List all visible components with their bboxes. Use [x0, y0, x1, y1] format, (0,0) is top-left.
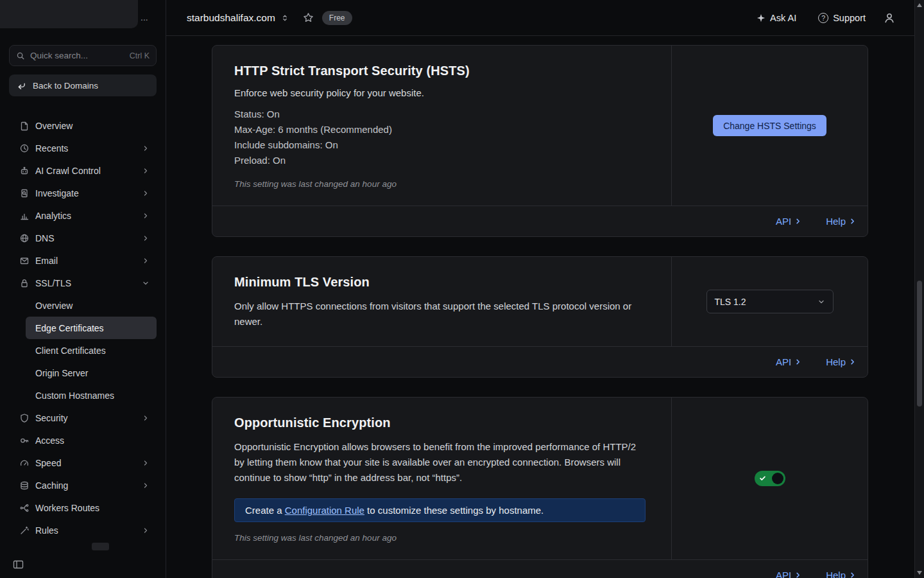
sidebar-item-speed[interactable]: Speed	[9, 451, 157, 474]
sidebar-item-label: DNS	[35, 233, 55, 243]
app-root: ... Ctrl K Back to Domains Overview Rece…	[0, 0, 924, 578]
user-menu-button[interactable]	[884, 12, 895, 24]
sidebar-subitem-edge-certificates[interactable]: Edge Certificates	[26, 317, 157, 339]
wand-icon	[19, 525, 30, 536]
chevron-right-icon	[142, 212, 150, 220]
sidebar-item-label: Email	[35, 256, 58, 266]
collapse-sidebar-button[interactable]	[13, 559, 24, 570]
sidebar-nav: Overview Recents AI Crawl Control Invest…	[0, 114, 166, 541]
sidebar-item-label: Workers Routes	[35, 503, 99, 513]
hsts-title: HTTP Strict Transport Security (HSTS)	[234, 64, 646, 78]
sidebar-item-label: Investigate	[35, 188, 79, 198]
sidebar-item-label: Client Certificates	[35, 346, 106, 356]
selected-tls-option: TLS 1.2	[715, 297, 746, 307]
banner-text-prefix: Create a	[245, 505, 285, 516]
chart-icon	[19, 211, 30, 221]
change-hsts-settings-button[interactable]: Change HSTS Settings	[713, 115, 826, 136]
scrollbar-down-arrow[interactable]	[917, 571, 922, 575]
oe-api-link[interactable]: API	[776, 570, 801, 578]
sidebar-item-rules[interactable]: Rules	[9, 519, 157, 541]
api-link-label: API	[776, 570, 791, 578]
sidebar-item-recents[interactable]: Recents	[9, 137, 157, 159]
api-link-label: API	[776, 216, 791, 227]
hsts-subdomains-line: Include subdomains: On	[234, 137, 646, 153]
scrollbar-thumb[interactable]	[917, 281, 922, 407]
chevron-right-icon	[142, 414, 150, 422]
sidebar-item-security[interactable]: Security	[9, 407, 157, 429]
hsts-last-changed-note: This setting was last changed an hour ag…	[234, 179, 646, 189]
globe-icon	[19, 233, 30, 243]
chevron-down-icon	[142, 279, 150, 287]
chevron-right-icon	[142, 167, 150, 175]
sidebar-item-label: Custom Hostnames	[35, 390, 114, 401]
clock-icon	[19, 143, 30, 153]
minimum-tls-card: Minimum TLS Version Only allow HTTPS con…	[212, 256, 868, 378]
sidebar-item-label: Origin Server	[35, 368, 88, 378]
sidebar-item-email[interactable]: Email	[9, 249, 157, 272]
help-link-label: Help	[826, 356, 846, 367]
hsts-help-link[interactable]: Help	[826, 216, 856, 227]
favorite-star-button[interactable]	[303, 12, 314, 23]
sidebar-item-label: Caching	[35, 480, 68, 491]
document-search-icon	[19, 188, 30, 198]
oe-help-link[interactable]: Help	[826, 570, 856, 578]
oe-last-changed-note: This setting was last changed an hour ag…	[234, 533, 646, 543]
sidebar-subitem-origin-server[interactable]: Origin Server	[26, 362, 157, 384]
check-icon	[759, 475, 766, 482]
chevron-right-icon	[142, 144, 150, 152]
sidebar-item-label: Recents	[35, 143, 68, 153]
min-tls-help-link[interactable]: Help	[826, 356, 856, 367]
sidebar-item-ssl-tls[interactable]: SSL/TLS	[9, 272, 157, 294]
search-shortcut-hint: Ctrl K	[130, 51, 150, 60]
chevron-right-icon	[142, 189, 150, 197]
min-tls-api-link[interactable]: API	[776, 356, 801, 367]
configuration-rule-link[interactable]: Configuration Rule	[285, 505, 364, 516]
minimum-tls-title: Minimum TLS Version	[234, 275, 646, 290]
chevron-right-icon	[142, 257, 150, 265]
sidebar-item-analytics[interactable]: Analytics	[9, 204, 157, 227]
opportunistic-encryption-card: Opportunistic Encryption Opportunistic E…	[212, 397, 868, 578]
sidebar-item-label: Access	[35, 435, 64, 446]
chevron-right-icon	[142, 234, 150, 242]
hsts-api-link[interactable]: API	[776, 216, 801, 227]
sidebar-item-access[interactable]: Access	[9, 429, 157, 451]
sidebar-item-investigate[interactable]: Investigate	[9, 182, 157, 204]
min-tls-version-select[interactable]: TLS 1.2	[706, 290, 834, 313]
sidebar-subitem-custom-hostnames[interactable]: Custom Hostnames	[26, 384, 157, 407]
search-icon	[16, 51, 25, 60]
sidebar-item-overview[interactable]: Overview	[9, 114, 157, 137]
database-icon	[19, 480, 30, 491]
sidebar-item-label: Edge Certificates	[35, 323, 104, 333]
help-link-label: Help	[826, 216, 846, 227]
topbar: starbudshalifax.com Free Ask AI	[166, 0, 914, 36]
api-link-label: API	[776, 356, 791, 367]
ask-ai-label: Ask AI	[770, 13, 796, 23]
chevron-down-icon	[817, 298, 825, 306]
sidebar-subitem-ssl-overview[interactable]: Overview	[26, 294, 157, 317]
ask-ai-button[interactable]: Ask AI	[757, 13, 796, 23]
key-icon	[19, 435, 30, 446]
sidebar-subitem-client-certificates[interactable]: Client Certificates	[26, 339, 157, 362]
route-icon	[19, 503, 30, 513]
quick-search[interactable]: Ctrl K	[9, 45, 157, 66]
sidebar-item-dns[interactable]: DNS	[9, 227, 157, 249]
scrollbar-up-arrow[interactable]	[917, 3, 922, 7]
chevron-right-icon	[142, 527, 150, 534]
chevron-right-icon	[849, 358, 856, 365]
support-label: Support	[833, 13, 866, 23]
back-to-domains-button[interactable]: Back to Domains	[9, 74, 157, 96]
domain-selector[interactable]: starbudshalifax.com	[187, 12, 289, 24]
sidebar-item-workers-routes[interactable]: Workers Routes	[9, 496, 157, 519]
search-input[interactable]	[30, 51, 124, 60]
sidebar-item-ai-crawl-control[interactable]: AI Crawl Control	[9, 159, 157, 182]
robot-icon	[19, 166, 30, 176]
sidebar-item-label: Overview	[35, 121, 73, 131]
opportunistic-encryption-toggle[interactable]	[755, 471, 785, 486]
page-scrollbar[interactable]	[914, 0, 924, 578]
opportunistic-encryption-title: Opportunistic Encryption	[234, 416, 646, 430]
document-icon	[19, 121, 30, 131]
sidebar-item-caching[interactable]: Caching	[9, 474, 157, 496]
help-circle-icon	[818, 13, 828, 23]
support-button[interactable]: Support	[818, 13, 866, 23]
sparkle-icon	[757, 13, 766, 22]
